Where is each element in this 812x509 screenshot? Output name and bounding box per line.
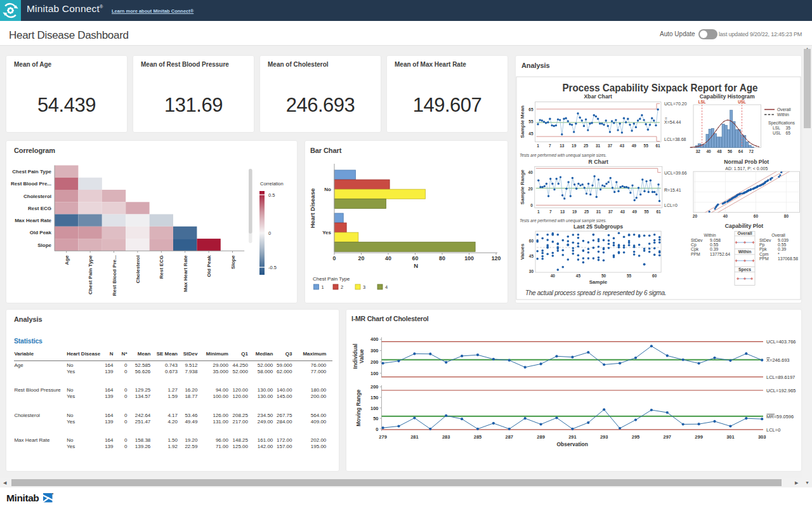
svg-text:61: 61 [655,143,660,148]
svg-text:13: 13 [560,143,565,148]
svg-text:300: 300 [370,348,379,354]
svg-text:40: 40 [385,255,391,261]
svg-text:1: 1 [537,209,540,214]
svg-text:37: 37 [608,209,613,214]
svg-text:0: 0 [530,203,533,208]
svg-text:137068.58: 137068.58 [778,256,798,261]
svg-text:R=15.41: R=15.41 [664,188,681,192]
svg-text:19: 19 [572,143,577,148]
svg-text:Correlation: Correlation [260,181,284,187]
svg-text:Max Heart Rate: Max Heart Rate [15,218,51,223]
svg-text:I-MR Chart of Cholesterol: I-MR Chart of Cholesterol [351,315,429,322]
svg-text:Old Peak: Old Peak [30,230,52,235]
svg-text:299: 299 [695,434,703,440]
svg-text:50: 50 [373,416,378,421]
svg-text:Within: Within [738,249,752,254]
svg-text:Tests are performed with unequ: Tests are performed with unequal sample … [520,153,607,158]
svg-text:X=246.693: X=246.693 [766,357,790,363]
svg-text:60: 60 [652,274,657,278]
svg-text:PPM: PPM [691,252,700,256]
svg-text:303: 303 [758,434,766,440]
svg-text:100: 100 [464,255,474,261]
svg-text:137752.64: 137752.64 [710,252,730,256]
svg-text:LCL=89.6197: LCL=89.6197 [766,374,795,380]
svg-text:No: No [324,187,331,192]
svg-text:4: 4 [385,284,388,290]
svg-text:Age: Age [64,255,70,265]
svg-text:25: 25 [584,209,589,214]
svg-text:56: 56 [728,149,733,154]
svg-text:Capability Plot: Capability Plot [725,223,763,229]
svg-text:=: = [665,116,667,121]
svg-text:9.058: 9.058 [710,238,721,242]
svg-text:32: 32 [696,149,701,154]
svg-text:Slope: Slope [37,242,51,248]
svg-text:35: 35 [785,126,790,130]
svg-text:Normal Prob Plot: Normal Prob Plot [724,159,769,165]
svg-text:60: 60 [412,255,419,261]
svg-text:55: 55 [644,209,649,214]
svg-text:295: 295 [632,434,640,440]
svg-text:55: 55 [644,143,649,148]
svg-text:Cholesterol: Cholesterol [23,194,51,199]
svg-text:Xbar Chart: Xbar Chart [584,93,613,100]
svg-text:31: 31 [596,209,601,214]
svg-text:LCL=0: LCL=0 [766,427,780,433]
svg-text:-0.5: -0.5 [268,265,277,270]
svg-text:3: 3 [363,284,365,290]
svg-text:20: 20 [358,255,365,261]
svg-text:281: 281 [410,434,419,440]
svg-text:Rest ECG: Rest ECG [28,206,51,211]
svg-text:80: 80 [439,255,445,261]
svg-text:65: 65 [785,131,790,135]
svg-text:Sample: Sample [589,279,608,285]
svg-text:Max Heart Rate: Max Heart Rate [183,255,188,292]
svg-text:Overall: Overall [737,231,752,235]
svg-text:40: 40 [528,170,534,175]
svg-text:LSL: LSL [698,100,706,104]
svg-text:40: 40 [706,149,711,154]
svg-text:Rest Blood Pre...: Rest Blood Pre... [11,181,51,187]
svg-text:USL: USL [738,100,746,104]
svg-text:49: 49 [632,209,638,214]
svg-text:60: 60 [529,239,534,243]
svg-text:Tests are performed with unequ: Tests are performed with unequal sample … [520,218,607,223]
svg-text:20: 20 [528,187,534,191]
svg-text:2: 2 [341,284,343,290]
svg-text:_: _ [664,184,667,189]
svg-text:Specifications: Specifications [768,121,796,126]
svg-text:9.039: 9.039 [778,238,789,242]
svg-text:Value: Value [358,349,365,363]
svg-text:UCL=39.66: UCL=39.66 [664,171,687,175]
svg-text:120: 120 [492,255,501,261]
svg-text:0.5: 0.5 [268,192,275,198]
svg-text:43: 43 [620,143,625,148]
svg-text:Old Peak: Old Peak [206,255,212,277]
svg-text:1: 1 [322,284,324,290]
svg-text:100: 100 [370,406,379,411]
svg-text:0.39: 0.39 [710,247,718,251]
svg-text:40: 40 [551,274,556,278]
svg-text:Process Capability Sixpack Rep: Process Capability Sixpack Report for Ag… [562,82,757,94]
svg-text:Specs: Specs [738,267,751,272]
svg-text:48: 48 [717,149,722,154]
svg-text:7: 7 [549,209,552,214]
svg-text:100: 100 [370,371,379,376]
svg-text:Cholesterol: Cholesterol [135,255,141,283]
svg-text:Capability Histogram: Capability Histogram [700,93,755,100]
svg-text:LSL: LSL [773,126,780,130]
svg-text:*: * [778,252,780,256]
svg-text:UCL=192.965: UCL=192.965 [766,388,796,393]
svg-text:0.55: 0.55 [710,242,718,247]
svg-text:289: 289 [537,434,545,440]
svg-text:37: 37 [608,143,613,148]
svg-text:301: 301 [726,434,735,440]
svg-text:StDev: StDev [759,238,771,242]
svg-text:Yes: Yes [322,230,331,235]
svg-text:Moving Range: Moving Range [355,389,362,426]
svg-text:Overall: Overall [771,233,785,237]
svg-text:AD: 1.517, P: < 0.005: AD: 1.517, P: < 0.005 [725,166,768,171]
svg-text:55: 55 [528,119,534,124]
svg-text:31: 31 [596,143,601,148]
svg-text:Sample Range: Sample Range [520,169,525,205]
